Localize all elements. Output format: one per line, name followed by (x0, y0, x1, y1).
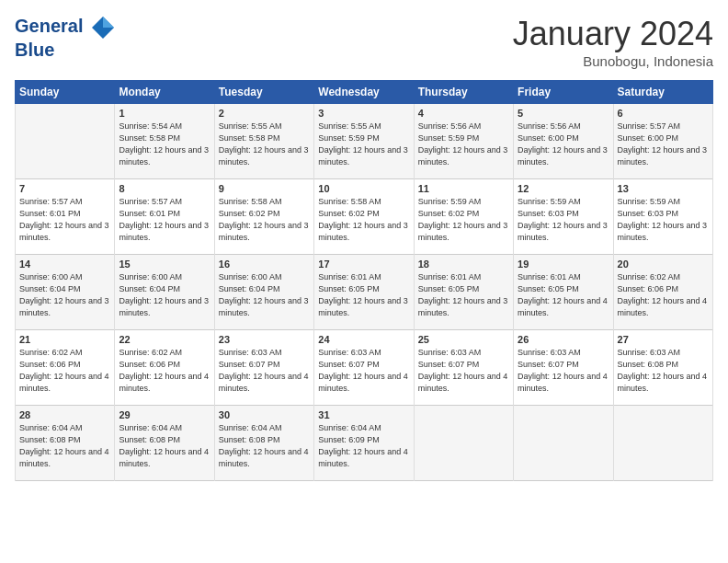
title-block: January 2024 Bunobogu, Indonesia (513, 15, 713, 69)
calendar-cell: 15Sunrise: 6:00 AM Sunset: 6:04 PM Dayli… (115, 255, 214, 330)
calendar-cell: 20Sunrise: 6:02 AM Sunset: 6:06 PM Dayli… (613, 255, 712, 330)
day-number: 8 (119, 183, 210, 194)
calendar-week-row: 1Sunrise: 5:54 AM Sunset: 5:58 PM Daylig… (16, 104, 713, 179)
calendar-cell: 5Sunrise: 5:56 AM Sunset: 6:00 PM Daylig… (514, 104, 613, 179)
calendar-cell: 17Sunrise: 6:01 AM Sunset: 6:05 PM Dayli… (314, 255, 414, 330)
day-number: 24 (318, 334, 409, 345)
calendar-cell: 28Sunrise: 6:04 AM Sunset: 6:08 PM Dayli… (16, 406, 115, 481)
cell-sun-info: Sunrise: 5:54 AM Sunset: 5:58 PM Dayligh… (119, 121, 210, 168)
cell-sun-info: Sunrise: 5:59 AM Sunset: 6:03 PM Dayligh… (518, 196, 609, 244)
day-number: 21 (19, 334, 110, 345)
cell-sun-info: Sunrise: 6:04 AM Sunset: 6:08 PM Dayligh… (219, 422, 310, 470)
day-number: 10 (318, 183, 409, 194)
cell-sun-info: Sunrise: 5:57 AM Sunset: 6:01 PM Dayligh… (19, 196, 110, 244)
calendar-cell: 30Sunrise: 6:04 AM Sunset: 6:08 PM Dayli… (214, 406, 313, 481)
calendar-cell (414, 406, 513, 481)
day-number: 29 (119, 409, 210, 420)
cell-sun-info: Sunrise: 6:02 AM Sunset: 6:06 PM Dayligh… (119, 347, 210, 395)
day-number: 26 (518, 334, 609, 345)
day-number: 31 (318, 409, 409, 420)
day-number: 30 (219, 409, 310, 420)
cell-sun-info: Sunrise: 6:01 AM Sunset: 6:05 PM Dayligh… (418, 271, 509, 319)
calendar-cell: 31Sunrise: 6:04 AM Sunset: 6:09 PM Dayli… (314, 406, 414, 481)
calendar-cell: 25Sunrise: 6:03 AM Sunset: 6:07 PM Dayli… (414, 330, 513, 406)
cell-sun-info: Sunrise: 5:57 AM Sunset: 6:00 PM Dayligh… (618, 121, 709, 168)
calendar-table: SundayMondayTuesdayWednesdayThursdayFrid… (15, 80, 713, 481)
calendar-cell: 23Sunrise: 6:03 AM Sunset: 6:07 PM Dayli… (214, 330, 313, 406)
day-number: 14 (19, 259, 110, 270)
cell-sun-info: Sunrise: 5:58 AM Sunset: 6:02 PM Dayligh… (318, 196, 409, 244)
calendar-cell: 18Sunrise: 6:01 AM Sunset: 6:05 PM Dayli… (414, 255, 513, 330)
cell-sun-info: Sunrise: 6:03 AM Sunset: 6:07 PM Dayligh… (518, 347, 609, 395)
cell-sun-info: Sunrise: 6:03 AM Sunset: 6:07 PM Dayligh… (219, 347, 310, 395)
day-number: 22 (119, 334, 210, 345)
calendar-cell (514, 406, 613, 481)
month-title: January 2024 (513, 15, 713, 53)
main-container: General Blue January 2024 Bunobogu, Indo… (0, 0, 728, 488)
calendar-cell: 11Sunrise: 5:59 AM Sunset: 6:02 PM Dayli… (414, 179, 513, 255)
day-number: 12 (518, 183, 609, 194)
header-day: Tuesday (214, 81, 313, 104)
calendar-cell: 21Sunrise: 6:02 AM Sunset: 6:06 PM Dayli… (16, 330, 115, 406)
day-number: 2 (219, 108, 310, 119)
cell-sun-info: Sunrise: 6:01 AM Sunset: 6:05 PM Dayligh… (318, 271, 409, 319)
calendar-cell: 27Sunrise: 6:03 AM Sunset: 6:08 PM Dayli… (613, 330, 712, 406)
header-day: Monday (115, 81, 214, 104)
day-number: 17 (318, 259, 409, 270)
header-day: Sunday (16, 81, 115, 104)
cell-sun-info: Sunrise: 6:00 AM Sunset: 6:04 PM Dayligh… (19, 271, 110, 319)
logo-text: General (15, 15, 116, 40)
logo: General Blue (15, 15, 116, 59)
cell-sun-info: Sunrise: 5:58 AM Sunset: 6:02 PM Dayligh… (219, 196, 310, 244)
svg-marker-1 (103, 17, 114, 28)
calendar-cell: 22Sunrise: 6:02 AM Sunset: 6:06 PM Dayli… (115, 330, 214, 406)
cell-sun-info: Sunrise: 6:04 AM Sunset: 6:08 PM Dayligh… (19, 422, 110, 470)
cell-sun-info: Sunrise: 6:04 AM Sunset: 6:09 PM Dayligh… (318, 422, 409, 470)
calendar-cell: 12Sunrise: 5:59 AM Sunset: 6:03 PM Dayli… (514, 179, 613, 255)
cell-sun-info: Sunrise: 6:03 AM Sunset: 6:07 PM Dayligh… (418, 347, 509, 395)
calendar-week-row: 14Sunrise: 6:00 AM Sunset: 6:04 PM Dayli… (16, 255, 713, 330)
calendar-week-row: 7Sunrise: 5:57 AM Sunset: 6:01 PM Daylig… (16, 179, 713, 255)
day-number: 23 (219, 334, 310, 345)
calendar-cell: 29Sunrise: 6:04 AM Sunset: 6:08 PM Dayli… (115, 406, 214, 481)
day-number: 9 (219, 183, 310, 194)
day-number: 19 (518, 259, 609, 270)
header: General Blue January 2024 Bunobogu, Indo… (15, 15, 713, 69)
cell-sun-info: Sunrise: 6:02 AM Sunset: 6:06 PM Dayligh… (618, 271, 709, 319)
cell-sun-info: Sunrise: 6:04 AM Sunset: 6:08 PM Dayligh… (119, 422, 210, 470)
calendar-cell (16, 104, 115, 179)
calendar-cell: 13Sunrise: 5:59 AM Sunset: 6:03 PM Dayli… (613, 179, 712, 255)
calendar-cell: 24Sunrise: 6:03 AM Sunset: 6:07 PM Dayli… (314, 330, 414, 406)
day-number: 4 (418, 108, 509, 119)
header-day: Friday (514, 81, 613, 104)
day-number: 25 (418, 334, 509, 345)
cell-sun-info: Sunrise: 5:55 AM Sunset: 5:58 PM Dayligh… (219, 121, 310, 168)
day-number: 27 (618, 334, 709, 345)
day-number: 13 (618, 183, 709, 194)
cell-sun-info: Sunrise: 5:59 AM Sunset: 6:03 PM Dayligh… (618, 196, 709, 244)
day-number: 15 (119, 259, 210, 270)
day-number: 28 (19, 409, 110, 420)
header-day: Wednesday (314, 81, 414, 104)
day-number: 11 (418, 183, 509, 194)
cell-sun-info: Sunrise: 5:56 AM Sunset: 5:59 PM Dayligh… (418, 121, 509, 168)
location: Bunobogu, Indonesia (513, 53, 713, 69)
calendar-week-row: 21Sunrise: 6:02 AM Sunset: 6:06 PM Dayli… (16, 330, 713, 406)
day-number: 18 (418, 259, 509, 270)
calendar-cell: 26Sunrise: 6:03 AM Sunset: 6:07 PM Dayli… (514, 330, 613, 406)
calendar-cell: 19Sunrise: 6:01 AM Sunset: 6:05 PM Dayli… (514, 255, 613, 330)
calendar-cell: 16Sunrise: 6:00 AM Sunset: 6:04 PM Dayli… (214, 255, 313, 330)
header-day: Saturday (613, 81, 712, 104)
cell-sun-info: Sunrise: 6:03 AM Sunset: 6:07 PM Dayligh… (318, 347, 409, 395)
day-number: 6 (618, 108, 709, 119)
calendar-cell: 2Sunrise: 5:55 AM Sunset: 5:58 PM Daylig… (214, 104, 313, 179)
cell-sun-info: Sunrise: 6:00 AM Sunset: 6:04 PM Dayligh… (219, 271, 310, 319)
cell-sun-info: Sunrise: 5:55 AM Sunset: 5:59 PM Dayligh… (318, 121, 409, 168)
day-number: 3 (318, 108, 409, 119)
day-number: 5 (518, 108, 609, 119)
cell-sun-info: Sunrise: 6:02 AM Sunset: 6:06 PM Dayligh… (19, 347, 110, 395)
calendar-cell: 4Sunrise: 5:56 AM Sunset: 5:59 PM Daylig… (414, 104, 513, 179)
header-day: Thursday (414, 81, 513, 104)
calendar-cell: 3Sunrise: 5:55 AM Sunset: 5:59 PM Daylig… (314, 104, 414, 179)
calendar-cell: 1Sunrise: 5:54 AM Sunset: 5:58 PM Daylig… (115, 104, 214, 179)
